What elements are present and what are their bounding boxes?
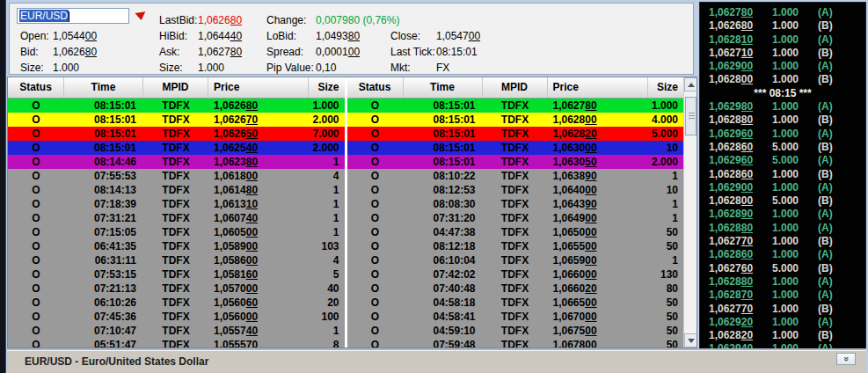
trade-row[interactable]: O 07:40:48 TDFX 1,066020 80 [347,282,684,296]
trade-row[interactable]: O 07:45:36 TDFX 1,056000 100 [8,310,345,324]
trade-row[interactable]: O 07:21:13 TDFX 1,057000 40 [8,282,345,296]
vertical-scrollbar[interactable] [683,77,697,347]
column-header-mpid[interactable]: MPID [143,77,208,98]
header-fields-col3: Change:0,007980 (0,76%) LoBid:1,049380 S… [266,12,399,76]
quote-row[interactable]: 1,062810 1.000 (A) [700,33,865,47]
trade-row[interactable]: O 08:15:01 TDFX 1,062680 1.000 [8,99,345,113]
trade-row[interactable]: O 07:59:48 TDFX 1,067800 50 [347,338,684,347]
trade-row[interactable]: O 08:15:01 TDFX 1,062650 7.000 [8,127,345,141]
trade-row[interactable]: O 07:42:02 TDFX 1,066000 130 [347,267,684,282]
quote-row[interactable]: 1,062940 1.000 (A) [700,342,865,349]
trade-row[interactable]: O 04:59:10 TDFX 1,067500 50 [347,324,684,338]
trade-row[interactable]: O 07:31:20 TDFX 1,064900 1 [347,211,684,225]
column-header-mpid[interactable]: MPID [483,77,548,98]
trade-row[interactable]: O 08:08:30 TDFX 1,064390 1 [347,197,684,211]
cell-mpid: TDFX [143,239,208,253]
column-header-size[interactable]: Size [648,77,684,98]
cell-price: 1,056000 [208,310,309,324]
quote-row[interactable]: 1,062770 1.000 (B) [700,303,865,316]
quote-side: (B) [818,19,865,33]
trade-row[interactable]: O 08:12:18 TDFX 1,065500 50 [347,239,684,253]
scrollbar-thumb[interactable] [685,97,697,135]
column-header-status[interactable]: Status [8,77,64,98]
quote-row[interactable]: 1,062890 1.000 (A) [700,208,865,221]
trade-row[interactable]: O 08:12:53 TDFX 1,064000 10 [347,183,684,197]
cell-size: 50 [648,338,684,347]
trade-row[interactable]: O 07:10:47 TDFX 1,055740 1 [8,324,345,338]
scrollbar-down-button[interactable] [684,333,697,347]
field-value: 1,062680 [53,46,97,58]
quote-row[interactable]: *** 08:15 *** [700,87,865,100]
cell-size: 1 [309,183,345,197]
cell-mpid: TDFX [143,211,208,225]
trade-row[interactable]: O 04:58:41 TDFX 1,067000 50 [347,310,684,324]
trade-row[interactable]: O 08:10:22 TDFX 1,063890 1 [347,169,684,183]
cell-time: 07:42:02 [404,267,483,282]
quote-row[interactable]: 1,062760 5.000 (B) [700,262,865,275]
trade-row[interactable]: O 06:10:04 TDFX 1,065900 1 [347,253,684,267]
quote-row[interactable]: 1,062780 1.000 (A) [700,6,865,19]
trade-row[interactable]: O 07:18:39 TDFX 1,061310 1 [8,197,345,211]
cell-time: 05:51:47 [64,338,143,347]
cell-mpid: TDFX [483,253,548,267]
trade-row[interactable]: O 05:51:47 TDFX 1,055570 8 [8,338,345,347]
quote-row[interactable]: 1,062920 1.000 (A) [700,316,865,329]
trade-row[interactable]: O 08:15:01 TDFX 1,063000 10 [347,141,684,155]
trade-row[interactable]: O 08:15:01 TDFX 1,062800 4.000 [347,113,684,127]
trade-row[interactable]: O 04:47:38 TDFX 1,065000 50 [347,225,684,239]
quote-row[interactable]: 1,062770 1.000 (B) [700,235,865,248]
quote-row[interactable]: 1,062800 1.000 (B) [700,73,865,86]
quote-row[interactable]: 1,062860 5.000 (B) [700,141,865,154]
quote-row[interactable]: 1,062820 1.000 (B) [700,329,865,342]
quote-row[interactable]: 1,062900 1.000 (A) [700,60,865,73]
trade-row[interactable]: O 08:15:01 TDFX 1,062820 5.000 [347,127,684,141]
quote-row[interactable]: 1,062880 1.000 (B) [700,113,865,127]
expand-more-button[interactable]: » [836,353,856,365]
quote-row[interactable]: 1,062960 5.000 (A) [700,154,865,167]
column-header-price[interactable]: Price [208,77,309,98]
cell-time: 08:14:46 [64,155,143,169]
quote-row[interactable]: 1,062680 1.000 (B) [700,19,865,33]
cell-status: O [347,324,404,338]
symbol-dropdown-arrow-icon[interactable] [135,11,146,21]
column-header-status[interactable]: Status [347,77,404,98]
trade-row[interactable]: O 04:58:18 TDFX 1,066500 50 [347,296,684,310]
quote-row[interactable]: 1,062870 1.000 (A) [700,289,865,302]
trade-row[interactable]: O 07:53:15 TDFX 1,058160 5 [8,267,345,282]
header-field: Pip Value:0,10 [266,60,399,76]
trade-row[interactable]: O 06:10:26 TDFX 1,056060 20 [8,296,345,310]
trade-row[interactable]: O 08:15:01 TDFX 1,063050 2.000 [347,155,684,169]
quote-row[interactable]: 1,062980 1.000 (A) [700,100,865,113]
quote-row[interactable]: 1,062860 1.000 (A) [700,248,865,261]
quote-row[interactable]: 1,062960 1.000 (A) [700,128,865,141]
cell-time: 07:40:48 [404,282,483,296]
column-header-size[interactable]: Size [309,77,345,98]
trade-row[interactable]: O 07:15:05 TDFX 1,060500 1 [8,225,345,239]
cell-price: 1,062670 [208,113,309,127]
scrollbar-up-button[interactable] [684,77,697,91]
table-header-row: Status Time MPID Price Size [8,77,345,99]
quote-row[interactable]: 1,062880 1.000 (A) [700,222,865,235]
trade-row[interactable]: O 08:15:01 TDFX 1,062780 1.000 [347,99,684,113]
cell-size: 100 [309,310,345,324]
column-header-time[interactable]: Time [404,77,483,98]
trade-row[interactable]: O 08:14:46 TDFX 1,062380 1 [8,155,345,169]
symbol-input[interactable]: EUR/USD [17,8,129,24]
column-header-price[interactable]: Price [548,77,648,98]
trade-row[interactable]: O 08:15:01 TDFX 1,062670 2.000 [8,113,345,127]
quote-row[interactable]: 1,062900 1.000 (A) [700,181,865,194]
trade-row[interactable]: O 06:31:11 TDFX 1,058600 4 [8,253,345,267]
trade-row[interactable]: O 08:14:13 TDFX 1,061480 1 [8,183,345,197]
quote-row[interactable]: 1,062710 1.000 (B) [700,47,865,60]
time-separator: *** 08:15 *** [700,87,865,100]
quote-row[interactable]: 1,062800 5.000 (B) [700,194,865,208]
quote-row[interactable]: 1,062860 1.000 (B) [700,168,865,181]
quote-row[interactable]: 1,062880 1.000 (A) [700,275,865,289]
column-header-time[interactable]: Time [64,77,143,98]
trade-row[interactable]: O 07:55:53 TDFX 1,061800 4 [8,169,345,183]
trade-row[interactable]: O 06:41:35 TDFX 1,058900 103 [8,239,345,253]
cell-price: 1,062780 [548,99,648,113]
trade-row[interactable]: O 08:15:01 TDFX 1,062540 2.000 [8,141,345,155]
trade-row[interactable]: O 07:31:21 TDFX 1,060740 1 [8,211,345,225]
table-body-left: O 08:15:01 TDFX 1,062680 1.000 O 08:15:0… [8,99,345,347]
